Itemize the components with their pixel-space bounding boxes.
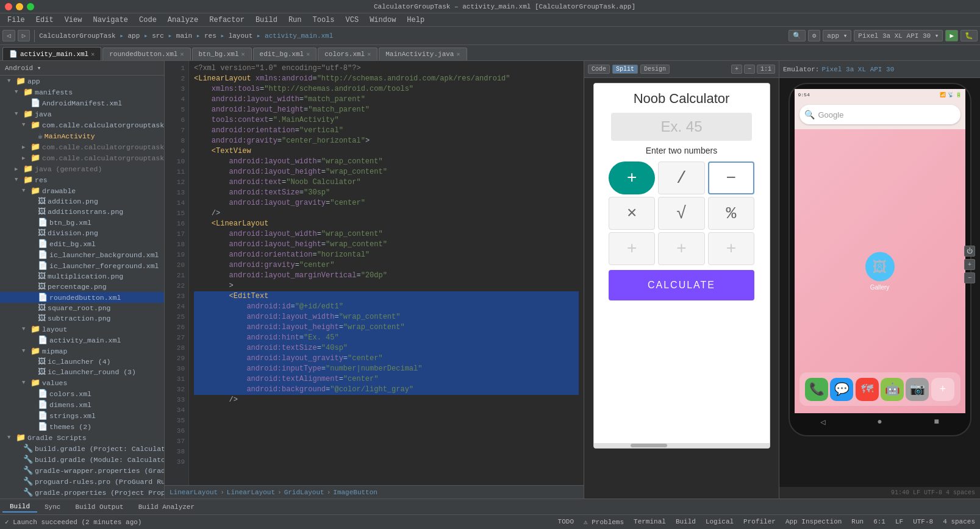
btn-plus-1[interactable]: + bbox=[609, 232, 655, 265]
device-btn[interactable]: Pixel 3a XL API 30 ▾ bbox=[854, 30, 943, 41]
calculate-button[interactable]: CALCULATE bbox=[609, 270, 754, 300]
bottom-tab-sync[interactable]: Sync bbox=[37, 502, 68, 512]
tab-close-6[interactable]: ✕ bbox=[456, 51, 460, 58]
tree-item-package-test2[interactable]: ▶ 📁 com.calle.calculatorgrouptask (test) bbox=[0, 152, 164, 163]
btn-minus-selected[interactable]: − bbox=[708, 162, 754, 194]
tree-item-java-gen[interactable]: ▶ 📁 java (generated) bbox=[0, 163, 164, 174]
tree-item-res[interactable]: ▼ 📁 res bbox=[0, 174, 164, 185]
tree-item-btnbg[interactable]: 📄 btn_bg.xml bbox=[0, 217, 164, 228]
forward-button[interactable]: ▷ bbox=[18, 30, 30, 41]
tree-item-addition[interactable]: 🖼 addition.png bbox=[0, 196, 164, 207]
gallery-icon-area[interactable]: 🖼 Gallery bbox=[865, 252, 895, 291]
tab-activity-main[interactable]: 📄 activity_main.xml ✕ bbox=[2, 47, 101, 60]
menu-view[interactable]: View bbox=[60, 15, 87, 26]
run-config-btn[interactable]: app ▾ bbox=[823, 30, 851, 41]
tree-item-activity-main[interactable]: 📄 activity_main.xml bbox=[0, 335, 164, 346]
tab-close-1[interactable]: ✕ bbox=[91, 51, 95, 58]
btn-multiply[interactable]: × bbox=[609, 197, 655, 230]
fit-btn[interactable]: 1:1 bbox=[757, 65, 775, 74]
tree-item-strings[interactable]: 📄 strings.xml bbox=[0, 410, 164, 421]
split-btn[interactable]: Split bbox=[612, 65, 638, 74]
search-everywhere-btn[interactable]: 🔍 bbox=[789, 30, 806, 41]
status-profiler[interactable]: Profiler bbox=[743, 518, 776, 526]
tree-item-mipmap[interactable]: ▼ 📁 mipmap bbox=[0, 346, 164, 357]
menu-refactor[interactable]: Refactor bbox=[204, 15, 249, 26]
tree-item-multiplication[interactable]: 🖼 multiplication.png bbox=[0, 271, 164, 282]
tree-item-package-test[interactable]: ▶ 📁 com.calle.calculatorgrouptask (andro… bbox=[0, 141, 164, 152]
menu-help[interactable]: Help bbox=[402, 15, 429, 26]
btn-percent[interactable]: % bbox=[708, 197, 754, 230]
dock-maps-icon[interactable]: 🗺 bbox=[856, 378, 879, 401]
run-btn[interactable]: ▶ bbox=[945, 30, 958, 41]
menu-run[interactable]: Run bbox=[284, 15, 307, 26]
tree-item-java[interactable]: ▼ 📁 java bbox=[0, 108, 164, 119]
dock-camera-icon[interactable]: 📷 bbox=[906, 378, 929, 401]
btn-plus-2[interactable]: + bbox=[658, 232, 704, 265]
vol-up-btn[interactable]: + bbox=[964, 259, 975, 270]
bottom-tab-build-analyzer[interactable]: Build Analyzer bbox=[131, 502, 202, 512]
breadcrumb-imagebutton[interactable]: ImageButton bbox=[333, 489, 377, 496]
menu-build[interactable]: Build bbox=[251, 15, 282, 26]
tree-item-mainactivity[interactable]: ☕ MainActivity bbox=[0, 130, 164, 141]
tree-item-proguard[interactable]: 🔧 proguard-rules.pro (ProGuard Rules for… bbox=[0, 476, 164, 487]
tree-item-package[interactable]: ▼ 📁 com.calle.calculatorgrouptask bbox=[0, 119, 164, 130]
dock-messages-icon[interactable]: 💬 bbox=[830, 378, 853, 401]
tree-item-gradle-scripts[interactable]: ▼ 📁 Gradle Scripts bbox=[0, 432, 164, 443]
status-todo[interactable]: TODO bbox=[558, 518, 574, 526]
nav-home-btn[interactable]: ● bbox=[873, 416, 885, 428]
menu-vcs[interactable]: VCS bbox=[341, 15, 364, 26]
tree-item-dimens[interactable]: 📄 dimens.xml bbox=[0, 399, 164, 410]
btn-sqrt[interactable]: √ bbox=[658, 197, 704, 230]
tab-roundedbutton[interactable]: roundedbutton.xml ✕ bbox=[102, 48, 190, 60]
debug-btn[interactable]: 🐛 bbox=[960, 30, 978, 41]
tree-item-layout[interactable]: ▼ 📁 layout bbox=[0, 324, 164, 335]
breadcrumb-linearlayout-1[interactable]: LinearLayout bbox=[170, 489, 218, 496]
maximize-button[interactable] bbox=[27, 3, 34, 10]
module-name[interactable]: app bbox=[128, 32, 140, 40]
status-terminal[interactable]: Terminal bbox=[634, 518, 666, 526]
btn-plus-3[interactable]: + bbox=[708, 232, 754, 265]
tree-item-app[interactable]: ▼ 📁 app bbox=[0, 76, 164, 87]
status-run[interactable]: Run bbox=[851, 518, 864, 526]
tree-item-iclauncher-bg[interactable]: 📄 ic_launcher_background.xml bbox=[0, 249, 164, 260]
tree-item-manifests[interactable]: ▼ 📁 manifests bbox=[0, 87, 164, 98]
sidebar-dropdown[interactable]: Android ▾ bbox=[5, 64, 41, 72]
tree-item-iclauncher-fg[interactable]: 📄 ic_launcher_foreground.xml (v24) bbox=[0, 260, 164, 271]
dock-phone-icon[interactable]: 📞 bbox=[805, 378, 828, 401]
tree-item-division[interactable]: 🖼 division.png bbox=[0, 228, 164, 238]
tab-colors[interactable]: colors.xml ✕ bbox=[318, 48, 377, 60]
tab-btn-bg[interactable]: btn_bg.xml ✕ bbox=[192, 48, 252, 60]
minimize-button[interactable] bbox=[16, 3, 23, 10]
tree-item-editbg[interactable]: 📄 edit_bg.xml bbox=[0, 238, 164, 249]
tab-close-2[interactable]: ✕ bbox=[180, 51, 184, 58]
tree-item-buildgradle-module[interactable]: 🔧 build.gradle (Module: CalculatorGroupT… bbox=[0, 454, 164, 465]
tree-item-values[interactable]: ▼ 📁 values bbox=[0, 377, 164, 388]
menu-edit[interactable]: Edit bbox=[31, 15, 59, 26]
tab-close-5[interactable]: ✕ bbox=[367, 51, 371, 58]
breadcrumb-linearlayout-2[interactable]: LinearLayout bbox=[227, 489, 275, 496]
project-name[interactable]: CalculatorGroupTask bbox=[39, 32, 115, 40]
tree-item-iclauncher-round[interactable]: 🖼 ic_launcher_round (3) bbox=[0, 367, 164, 377]
tree-item-subtraction[interactable]: 🖼 subtraction.png bbox=[0, 313, 164, 324]
settings-btn[interactable]: ⚙ bbox=[808, 30, 821, 41]
tab-edit-bg[interactable]: edit_bg.xml ✕ bbox=[253, 48, 317, 60]
tree-item-gradle-properties[interactable]: 🔧 gradle.properties (Project Properties) bbox=[0, 487, 164, 498]
tree-item-colors[interactable]: 📄 colors.xml bbox=[0, 388, 164, 399]
tree-item-additiontrans[interactable]: 🖼 additionstrans.png bbox=[0, 207, 164, 217]
close-button[interactable] bbox=[5, 3, 12, 10]
status-build[interactable]: Build bbox=[676, 518, 696, 526]
tree-item-androidmanifest[interactable]: 📄 AndroidManifest.xml bbox=[0, 98, 164, 108]
tree-item-roundedbutton[interactable]: 📄 roundedbutton.xml bbox=[0, 292, 164, 303]
vol-down-btn[interactable]: − bbox=[964, 272, 975, 283]
status-logical[interactable]: Logical bbox=[706, 518, 734, 526]
zoom-out-btn[interactable]: − bbox=[744, 65, 755, 74]
tree-item-iclauncher[interactable]: 🖼 ic_launcher (4) bbox=[0, 357, 164, 367]
menu-file[interactable]: File bbox=[2, 15, 30, 26]
bottom-tab-build[interactable]: Build bbox=[2, 502, 37, 513]
menu-tools[interactable]: Tools bbox=[308, 15, 340, 26]
btn-divide[interactable]: / bbox=[658, 162, 704, 194]
android-search-bar[interactable]: 🔍 Google bbox=[799, 105, 960, 124]
menu-navigate[interactable]: Navigate bbox=[88, 15, 133, 26]
bottom-tab-build-output[interactable]: Build Output bbox=[68, 502, 131, 512]
tree-item-buildgradle-project[interactable]: 🔧 build.gradle (Project: CalculatorGroup… bbox=[0, 443, 164, 454]
